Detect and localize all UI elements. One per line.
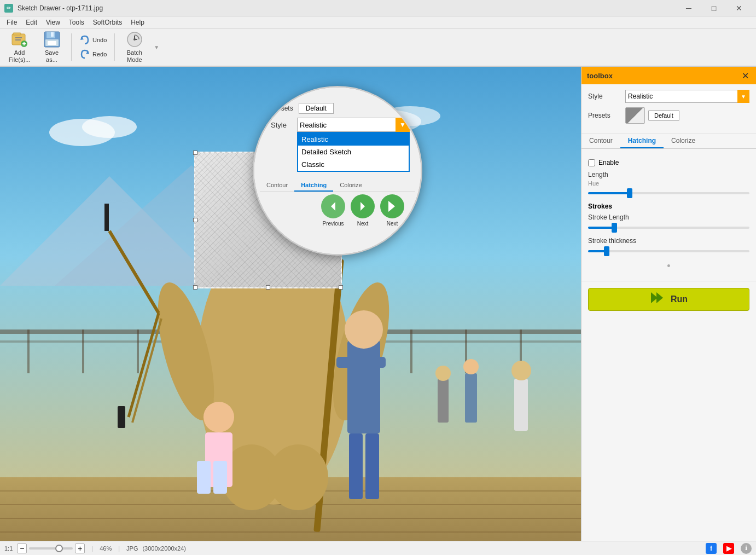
mag-dropdown-arrow: ▼ bbox=[396, 118, 410, 132]
handle-bottom-right[interactable] bbox=[339, 285, 343, 290]
add-files-button[interactable]: AddFile(s)... bbox=[4, 31, 34, 63]
image-dimensions: (3000x2000x24) bbox=[142, 545, 186, 552]
presets-row: Presets Default bbox=[588, 107, 749, 124]
add-files-label: AddFile(s)... bbox=[9, 49, 31, 63]
enable-checkbox[interactable] bbox=[588, 159, 595, 166]
batch-mode-button[interactable]: BatchMode bbox=[119, 31, 149, 63]
zoom-control[interactable]: − + bbox=[17, 544, 85, 553]
mag-next-label-2: Next bbox=[387, 221, 398, 227]
window-title: Sketch Drawer - otp-1711.jpg bbox=[18, 4, 103, 12]
mag-tab-hatching[interactable]: Hatching bbox=[294, 180, 333, 192]
toolbar-sep-2 bbox=[114, 33, 115, 61]
mag-next-nav-1[interactable]: Next bbox=[351, 194, 375, 227]
undo-label: Undo bbox=[92, 37, 107, 43]
length-section: Length Hue bbox=[588, 171, 749, 198]
mag-style-value: Realistic bbox=[297, 118, 410, 132]
zoom-in-button[interactable]: + bbox=[75, 544, 85, 553]
stroke-thickness-label: Stroke thickness bbox=[588, 237, 636, 245]
status-right: f ▶ ℹ bbox=[706, 543, 752, 554]
youtube-icon[interactable]: ▶ bbox=[723, 543, 734, 554]
handle-bottom-mid[interactable] bbox=[266, 285, 270, 290]
zoom-out-button[interactable]: − bbox=[17, 544, 27, 553]
mag-option-classic[interactable]: Classic bbox=[298, 158, 409, 171]
save-as-button[interactable]: Saveas... bbox=[37, 31, 67, 63]
svg-rect-3 bbox=[15, 39, 21, 41]
menu-file[interactable]: File bbox=[2, 16, 21, 28]
menu-softorbits[interactable]: SoftOrbits bbox=[89, 16, 126, 28]
panel-header: toolbox ✕ bbox=[581, 67, 756, 84]
length-label: Length bbox=[588, 171, 608, 178]
toolbar-more: ▼ bbox=[152, 44, 161, 50]
tabs-row: Contour Hatching Colorize bbox=[581, 134, 756, 149]
menu-edit[interactable]: Edit bbox=[21, 16, 42, 28]
presets-label: Presets bbox=[588, 112, 621, 119]
svg-rect-2 bbox=[15, 37, 22, 38]
panel-title: toolbox bbox=[587, 72, 613, 80]
run-label: Run bbox=[671, 294, 688, 304]
tab-colorize[interactable]: Colorize bbox=[664, 134, 703, 148]
app-icon: ✏ bbox=[4, 4, 13, 13]
svg-rect-9 bbox=[51, 32, 54, 37]
magnifier-content: Style Realistic ▼ Realistic Detailed Ske… bbox=[254, 88, 421, 254]
mag-next-nav-2[interactable]: Next bbox=[380, 194, 404, 227]
undo-redo-group: Undo Redo bbox=[76, 33, 110, 61]
mag-tab-colorize[interactable]: Colorize bbox=[333, 180, 368, 192]
status-bar: 1:1 − + | 46% | JPG (3000x2000x24) f ▶ ℹ bbox=[0, 541, 756, 555]
batch-mode-label: BatchMode bbox=[127, 49, 142, 63]
stroke-thickness-slider[interactable] bbox=[588, 250, 749, 252]
tab-hatching[interactable]: Hatching bbox=[620, 134, 664, 148]
mag-default-btn[interactable]: Default bbox=[299, 103, 334, 114]
window-controls: ─ □ ✕ bbox=[676, 0, 752, 16]
mag-dropdown-list[interactable]: Realistic Detailed Sketch Classic bbox=[297, 132, 410, 172]
mag-option-realistic[interactable]: Realistic bbox=[298, 133, 409, 146]
undo-button[interactable]: Undo bbox=[76, 33, 110, 47]
main-area: Style Realistic ▼ Realistic Detailed Ske… bbox=[0, 67, 756, 541]
mag-next-circle-2[interactable] bbox=[380, 194, 404, 218]
svg-marker-67 bbox=[331, 202, 335, 211]
zoom-slider-track[interactable] bbox=[29, 547, 73, 550]
info-icon[interactable]: ℹ bbox=[741, 543, 752, 554]
preset-preview bbox=[625, 107, 645, 124]
run-button[interactable]: Run bbox=[588, 288, 749, 311]
mag-tabs: Contour Hatching Colorize bbox=[260, 180, 415, 192]
mag-previous-nav[interactable]: Previous bbox=[321, 194, 345, 227]
facebook-icon[interactable]: f bbox=[706, 543, 717, 554]
handle-top-left[interactable] bbox=[193, 151, 197, 155]
mag-option-detailed[interactable]: Detailed Sketch bbox=[298, 146, 409, 158]
style-label: Style bbox=[588, 92, 621, 100]
menu-view[interactable]: View bbox=[42, 16, 65, 28]
mag-tab-contour[interactable]: Contour bbox=[260, 180, 294, 192]
style-select-wrapper[interactable]: Realistic Detailed Sketch Classic ▼ bbox=[625, 90, 749, 103]
mag-next-circle-1[interactable] bbox=[351, 194, 375, 218]
svg-rect-1 bbox=[13, 33, 21, 35]
run-icon bbox=[650, 291, 666, 308]
length-slider[interactable] bbox=[588, 192, 749, 194]
canvas-area[interactable]: Style Realistic ▼ Realistic Detailed Ske… bbox=[0, 67, 581, 541]
menu-tools[interactable]: Tools bbox=[65, 16, 89, 28]
separator-dot: • bbox=[588, 261, 749, 272]
mag-prev-circle[interactable] bbox=[321, 194, 345, 218]
redo-button[interactable]: Redo bbox=[76, 48, 110, 61]
preset-default-button[interactable]: Default bbox=[648, 110, 679, 121]
menu-help[interactable]: Help bbox=[126, 16, 149, 28]
svg-rect-11 bbox=[48, 41, 56, 45]
toolbar: AddFile(s)... Saveas... Undo bbox=[0, 28, 756, 67]
handle-mid-left[interactable] bbox=[193, 218, 197, 222]
handle-bottom-left[interactable] bbox=[193, 285, 197, 290]
style-select[interactable]: Realistic Detailed Sketch Classic bbox=[625, 90, 749, 103]
tab-contour[interactable]: Contour bbox=[581, 134, 620, 148]
maximize-button[interactable]: □ bbox=[701, 0, 726, 16]
save-as-icon bbox=[43, 31, 61, 48]
zoom-slider-thumb[interactable] bbox=[55, 545, 63, 552]
magnifier-circle: Style Realistic ▼ Realistic Detailed Ske… bbox=[253, 86, 422, 256]
save-as-label: Saveas... bbox=[45, 49, 59, 63]
mag-nav-area: Previous Next Next bbox=[321, 194, 404, 227]
stroke-thickness-slider-container bbox=[588, 246, 749, 256]
enable-label: Enable bbox=[598, 159, 619, 166]
close-button[interactable]: ✕ bbox=[726, 0, 752, 16]
stroke-length-slider[interactable] bbox=[588, 227, 749, 229]
stroke-length-slider-container bbox=[588, 223, 749, 233]
svg-marker-68 bbox=[360, 202, 365, 211]
minimize-button[interactable]: ─ bbox=[676, 0, 701, 16]
panel-close-button[interactable]: ✕ bbox=[740, 70, 751, 81]
